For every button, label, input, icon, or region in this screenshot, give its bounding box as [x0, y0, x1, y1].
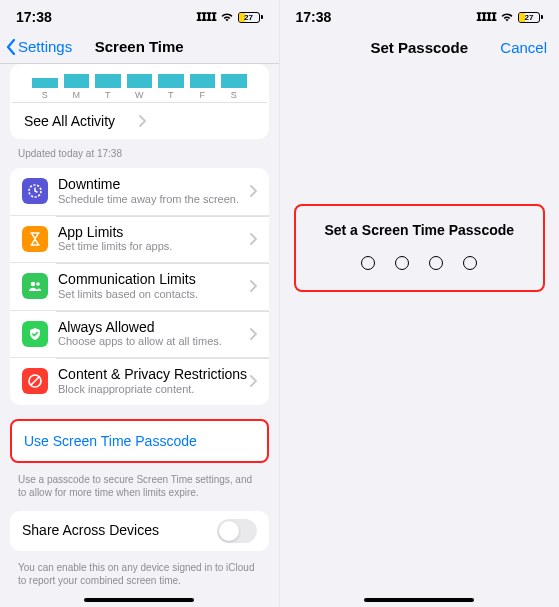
share-toggle[interactable]: [217, 519, 257, 543]
chevron-right-icon: [250, 375, 257, 387]
battery-indicator: 27: [518, 12, 543, 23]
screen-time-settings-screen: 17:38 𝗜𝗜𝗜𝗜 27 Settings Screen Time: [0, 0, 280, 607]
row-subtitle: Set time limits for apps.: [58, 240, 250, 254]
cellular-signal-icon: 𝗜𝗜𝗜𝗜: [196, 10, 216, 24]
updated-footnote: Updated today at 17:38: [0, 145, 279, 160]
status-bar: 17:38 𝗜𝗜𝗜𝗜 27: [280, 6, 560, 28]
cellular-signal-icon: 𝗜𝗜𝗜𝗜: [476, 10, 496, 24]
row-title: Downtime: [58, 176, 250, 193]
passcode-dot: [429, 256, 443, 270]
share-across-devices-row[interactable]: Share Across Devices: [10, 511, 269, 551]
chevron-right-icon: [250, 185, 257, 197]
chart-bar: [95, 74, 121, 88]
home-indicator[interactable]: [364, 598, 474, 602]
status-indicators: 𝗜𝗜𝗜𝗜 27: [476, 10, 543, 24]
back-label: Settings: [18, 38, 72, 55]
passcode-link-label: Use Screen Time Passcode: [24, 433, 197, 449]
usage-chart: SMTWTFS: [12, 72, 267, 102]
share-footnote: You can enable this on any device signed…: [0, 559, 279, 587]
checkmark-shield-icon: [22, 321, 48, 347]
app-limits-row[interactable]: App Limits Set time limits for apps.: [10, 215, 269, 263]
row-title: Always Allowed: [58, 319, 250, 336]
svg-line-4: [31, 377, 39, 385]
status-bar: 17:38 𝗜𝗜𝗜𝗜 27: [0, 6, 279, 28]
row-title: App Limits: [58, 224, 250, 241]
passcode-dot: [463, 256, 477, 270]
passcode-footnote: Use a passcode to secure Screen Time set…: [0, 471, 279, 499]
usage-chart-card: SMTWTFS See All Activity: [10, 64, 269, 139]
people-icon: [22, 273, 48, 299]
chevron-right-icon: [139, 115, 254, 127]
no-entry-icon: [22, 368, 48, 394]
share-label: Share Across Devices: [22, 522, 217, 539]
set-passcode-screen: 17:38 𝗜𝗜𝗜𝗜 27 Set Passcode Cancel Set a …: [280, 0, 560, 607]
passcode-entry: Set a Screen Time Passcode: [294, 204, 546, 292]
passcode-dot: [361, 256, 375, 270]
row-subtitle: Set limits based on contacts.: [58, 288, 250, 302]
chart-bar: [32, 78, 58, 88]
chart-bar: [64, 74, 90, 88]
share-card: Share Across Devices: [10, 511, 269, 551]
svg-point-2: [36, 283, 40, 287]
limits-card: Downtime Schedule time away from the scr…: [10, 168, 269, 405]
downtime-icon: [22, 178, 48, 204]
passcode-prompt: Set a Screen Time Passcode: [324, 222, 514, 238]
hourglass-icon: [22, 226, 48, 252]
row-subtitle: Choose apps to allow at all times.: [58, 335, 250, 349]
row-title: Content & Privacy Restrictions: [58, 366, 250, 383]
chart-bar: [127, 74, 153, 88]
always-allowed-row[interactable]: Always Allowed Choose apps to allow at a…: [10, 310, 269, 358]
passcode-dot: [395, 256, 409, 270]
downtime-row[interactable]: Downtime Schedule time away from the scr…: [10, 168, 269, 215]
back-button[interactable]: Settings: [0, 38, 78, 55]
status-time: 17:38: [16, 9, 52, 25]
content-privacy-row[interactable]: Content & Privacy Restrictions Block ina…: [10, 357, 269, 405]
communication-limits-row[interactable]: Communication Limits Set limits based on…: [10, 262, 269, 310]
chevron-right-icon: [250, 233, 257, 245]
row-subtitle: Block inappropriate content.: [58, 383, 250, 397]
chart-bar: [158, 74, 184, 88]
wifi-icon: [220, 12, 234, 22]
battery-indicator: 27: [238, 12, 263, 23]
chevron-right-icon: [250, 280, 257, 292]
chart-day-labels: SMTWTFS: [26, 88, 253, 100]
use-screen-time-passcode-row[interactable]: Use Screen Time Passcode: [12, 421, 267, 461]
status-indicators: 𝗜𝗜𝗜𝗜 27: [196, 10, 263, 24]
home-indicator[interactable]: [84, 598, 194, 602]
passcode-dots[interactable]: [361, 256, 477, 270]
see-all-activity-row[interactable]: See All Activity: [12, 103, 267, 139]
nav-bar: Set Passcode Cancel: [280, 30, 560, 64]
chevron-right-icon: [250, 328, 257, 340]
wifi-icon: [500, 12, 514, 22]
chart-bar: [190, 74, 216, 88]
row-title: Communication Limits: [58, 271, 250, 288]
nav-bar: Settings Screen Time: [0, 30, 279, 64]
chart-bar: [221, 74, 247, 88]
cancel-button[interactable]: Cancel: [500, 39, 547, 56]
row-subtitle: Schedule time away from the screen.: [58, 193, 250, 207]
see-all-label: See All Activity: [24, 113, 139, 129]
svg-point-1: [31, 282, 35, 286]
passcode-panel: Set a Screen Time Passcode: [294, 204, 546, 292]
status-time: 17:38: [296, 9, 332, 25]
content-scroll[interactable]: SMTWTFS See All Activity Updated today a…: [0, 64, 279, 607]
passcode-card: Use Screen Time Passcode: [10, 419, 269, 463]
